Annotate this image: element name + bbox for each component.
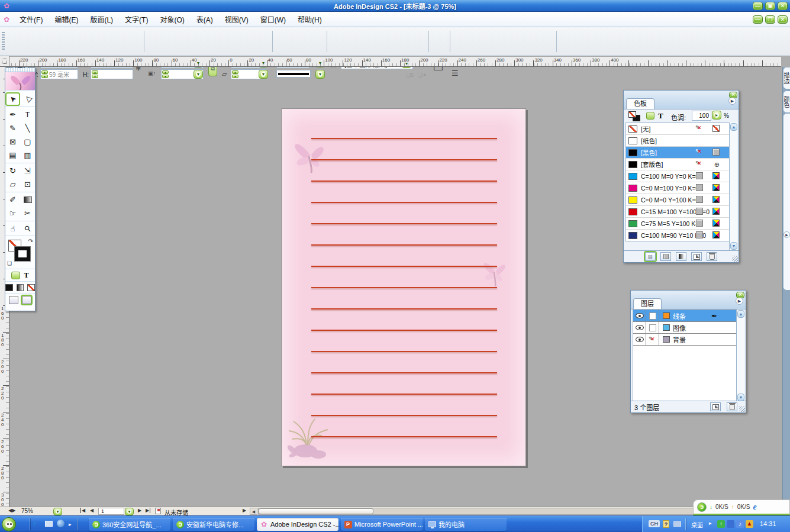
zoom-dropdown[interactable]: ▾	[53, 508, 62, 515]
page-turn-icon[interactable]: ◀▶	[8, 508, 15, 513]
menu-item-视图[interactable]: 视图(V)	[220, 12, 254, 26]
formatting-affects-container-button[interactable]	[11, 272, 20, 279]
apply-none-button[interactable]	[27, 284, 35, 291]
fill-stroke-proxy[interactable]: ↷ ❏	[5, 236, 35, 269]
show-gradient-swatches-button[interactable]	[676, 252, 686, 261]
tray-360-icon[interactable]: ↑	[717, 520, 725, 528]
shear-spinner[interactable]: ▲▼	[232, 70, 238, 78]
tool-pen[interactable]: ✒	[5, 108, 20, 121]
doc-minimize-button[interactable]: —	[753, 15, 763, 24]
last-page-button[interactable]: ▶	[146, 508, 150, 513]
apply-color-button[interactable]	[5, 284, 13, 291]
fill-proxy-none[interactable]	[628, 111, 636, 118]
swatch-row[interactable]: [纸色]	[626, 135, 729, 147]
layer-row[interactable]: 线条✒	[633, 310, 736, 322]
menu-item-对象[interactable]: 对象(O)	[154, 12, 189, 26]
quicklaunch-media-icon[interactable]	[57, 520, 65, 527]
layer-visibility-cell[interactable]	[633, 334, 646, 345]
layers-resize-grip[interactable]	[739, 406, 745, 412]
text-format-button[interactable]: T	[658, 111, 663, 121]
menu-item-版面[interactable]: 版面(L)	[85, 12, 118, 26]
palette-drag-handle[interactable]	[2, 32, 5, 51]
tool-line[interactable]: ╲	[20, 121, 35, 135]
document-page-canvas[interactable]	[281, 108, 526, 466]
swatch-row[interactable]: C=100 M=0 Y=0 K=0	[626, 170, 729, 182]
tray-shield-icon[interactable]	[727, 520, 734, 528]
layers-tab[interactable]: 图层	[633, 298, 662, 309]
delete-layer-button[interactable]	[727, 402, 737, 411]
delete-swatch-button[interactable]	[707, 252, 717, 261]
tool-hand[interactable]: ☝	[5, 222, 20, 236]
horizontal-scroll-thumb[interactable]	[259, 508, 373, 514]
swatch-row[interactable]: C=75 M=5 Y=100 K=0	[626, 218, 729, 230]
close-button[interactable]: ✕	[778, 2, 788, 10]
clear-overrides-icon[interactable]: ❏5	[406, 72, 414, 78]
menu-item-编辑[interactable]: 编辑(E)	[49, 12, 83, 26]
tool-eyedropper[interactable]: ✐	[5, 193, 20, 207]
maximize-button[interactable]: ▣	[765, 2, 775, 10]
scale-y-dropdown[interactable]: ▾	[194, 70, 203, 79]
swatch-row[interactable]: C=0 M=0 Y=100 K=0	[626, 194, 729, 206]
tool-button[interactable]: ☞	[5, 207, 20, 220]
swatches-scrollbar[interactable]: ▲ ▼	[729, 122, 737, 250]
menu-item-窗口[interactable]: 窗口(W)	[255, 12, 291, 26]
next-page-button[interactable]: ▶	[138, 508, 141, 513]
stroke-swatch[interactable]	[15, 247, 30, 261]
previous-page-button[interactable]: ◀	[90, 508, 93, 513]
doc-close-button[interactable]: ✕	[778, 15, 788, 24]
normal-view-button[interactable]	[9, 296, 18, 304]
swatch-row[interactable]: C=100 M=90 Y=10 K=0	[626, 230, 729, 241]
scale-y-spinner[interactable]: ▲▼	[162, 70, 169, 78]
toolbox-drag-handle[interactable]	[5, 68, 35, 72]
taskbar-task[interactable]: 360安全网址导航_...	[89, 518, 170, 531]
layers-scrollbar[interactable]: ▲ ▼	[736, 309, 744, 402]
first-page-button[interactable]: ◀	[80, 508, 85, 513]
layer-lock-cell[interactable]	[646, 310, 659, 321]
tint-dropdown[interactable]: ▸	[712, 111, 721, 120]
start-button[interactable]	[2, 517, 16, 531]
tool-direct-selection[interactable]: ▷	[20, 92, 35, 106]
360-safety-icon[interactable]	[697, 502, 707, 512]
tool-rotate[interactable]: ↻	[5, 164, 20, 178]
menu-item-文件[interactable]: 文件(F)	[14, 12, 48, 26]
swatches-close-button[interactable]: ✕	[729, 92, 737, 98]
tool-frame[interactable]: ⊠	[5, 135, 20, 149]
layer-visibility-cell[interactable]	[633, 322, 646, 333]
menu-item-文字[interactable]: 文字(T)	[120, 12, 153, 26]
swatch-row[interactable]: [无]	[626, 123, 729, 135]
keyboard-tray-icon[interactable]	[673, 521, 681, 527]
shear-dropdown[interactable]: ▾	[259, 70, 268, 79]
default-fill-stroke-icon[interactable]: ❏	[7, 260, 12, 266]
tint-value-field[interactable]: 100	[692, 111, 711, 121]
swatch-row[interactable]: C=15 M=100 Y=100 K=0	[626, 206, 729, 218]
stroke-type-dropdown[interactable]: ▾	[315, 70, 325, 79]
tray-warning-icon[interactable]: ▲	[746, 520, 753, 528]
scroll-left-button[interactable]: ◀	[250, 508, 257, 515]
swatch-row[interactable]: [套版色]⊕	[626, 159, 729, 170]
formatting-affects-text-button[interactable]: T	[24, 271, 28, 280]
layer-lock-cell[interactable]	[646, 322, 659, 333]
swatch-row[interactable]: C=0 M=100 Y=0 K=0	[626, 182, 729, 194]
side-tab-描边[interactable]: 描边	[783, 67, 790, 89]
swatch-row[interactable]: [黑色]	[626, 147, 729, 159]
taskbar-task[interactable]: PMicrosoft PowerPoint ...	[341, 518, 423, 531]
minimize-button[interactable]: —	[753, 2, 763, 10]
tool-scissors[interactable]: ✂	[20, 207, 35, 220]
status-flyout-arrow[interactable]: ▶	[243, 508, 246, 513]
desktop-toolbar-label[interactable]: 桌面	[691, 520, 703, 529]
tool-free-transform[interactable]: ⊡	[20, 178, 35, 191]
taskbar-task[interactable]: 安徽新华电脑专修...	[173, 518, 254, 531]
tool-pencil[interactable]: ✎	[5, 121, 20, 135]
tool-selection[interactable]: ➤	[5, 92, 20, 106]
new-layer-button[interactable]	[710, 402, 721, 411]
h-spinner[interactable]: ▲▼	[92, 70, 98, 78]
side-tab-颜色[interactable]: 颜色	[783, 91, 790, 113]
scroll-up-button[interactable]: ▲	[737, 310, 744, 318]
layer-visibility-cell[interactable]	[633, 310, 646, 321]
layers-close-button[interactable]: ✕	[736, 292, 744, 298]
preview-view-button[interactable]	[22, 296, 31, 304]
input-language-indicator[interactable]: CH	[649, 520, 660, 527]
tool-scale[interactable]: ⇲	[20, 164, 35, 178]
taskbar-task[interactable]: ✿Adobe InDesign CS2 -...	[257, 518, 338, 531]
layer-row[interactable]: 图像	[633, 322, 736, 334]
